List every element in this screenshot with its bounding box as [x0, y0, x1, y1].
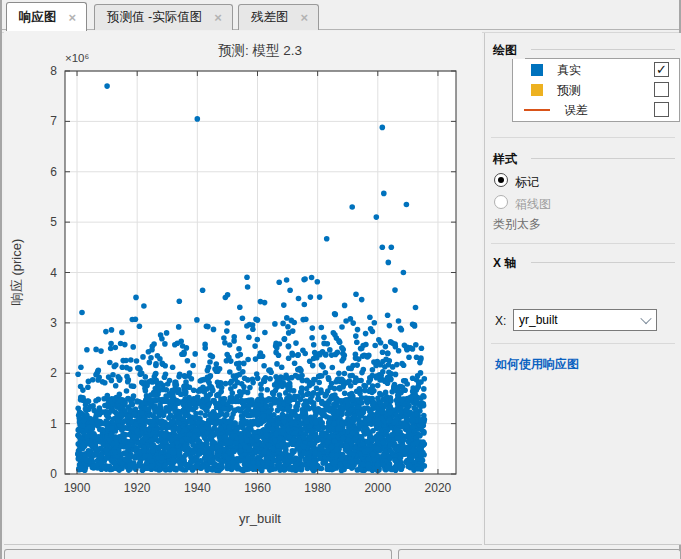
how-to-use-response-plot-link[interactable]: 如何使用响应图: [495, 356, 579, 373]
plot-options-panel: 绘图 真实 ✓ 预测 误差 样式 标记 箱线图: [484, 33, 681, 545]
svg-text:1940: 1940: [184, 481, 211, 495]
true-visibility-checkbox[interactable]: ✓: [654, 62, 669, 77]
svg-text:2: 2: [50, 366, 57, 380]
plot-title: 预测: 模型 2.3: [218, 43, 302, 58]
svg-text:6: 6: [50, 165, 57, 179]
markers-radio[interactable]: [494, 173, 508, 187]
svg-text:5: 5: [50, 215, 57, 229]
svg-text:0: 0: [50, 467, 57, 481]
section-title-x-axis: X 轴: [493, 255, 524, 272]
section-rule: [531, 49, 675, 50]
legend-row-errors: 误差: [513, 100, 679, 120]
y-axis-multiplier: ×10⁶: [65, 52, 90, 64]
svg-text:8: 8: [50, 64, 57, 78]
tab-residuals-plot[interactable]: 残差图 ×: [238, 4, 319, 30]
document-tab-bar: 响应图 × 预测值 -实际值图 × 残差图 ×: [2, 0, 679, 30]
svg-text:7: 7: [50, 114, 57, 128]
svg-text:4: 4: [50, 266, 57, 280]
tab-label: 响应图: [19, 9, 57, 26]
tab-response-plot[interactable]: 响应图 ×: [6, 2, 87, 31]
app-window: 响应图 × 预测值 -实际值图 × 残差图 × 1900192019401960…: [0, 0, 681, 559]
close-icon[interactable]: ×: [301, 11, 309, 24]
box-plot-radio: [494, 195, 508, 209]
legend-label: 误差: [564, 102, 588, 119]
box-plot-radio-label: 箱线图: [515, 196, 551, 213]
true-marker-swatch: [531, 64, 543, 76]
legend-label: 真实: [557, 62, 581, 79]
bottom-left-panel-stub[interactable]: [4, 549, 392, 559]
y-axis-label: 响应 (price): [9, 239, 24, 305]
bottom-right-panel-stub[interactable]: [398, 549, 681, 559]
section-divider: [491, 243, 675, 244]
svg-text:1900: 1900: [64, 481, 91, 495]
markers-radio-label: 标记: [515, 174, 539, 191]
svg-text:1920: 1920: [124, 481, 151, 495]
svg-text:1960: 1960: [244, 481, 271, 495]
tab-predicted-vs-actual-plot[interactable]: 预测值 -实际值图 ×: [94, 4, 233, 30]
section-divider: [491, 137, 675, 138]
errors-line-swatch: [524, 109, 550, 111]
predicted-visibility-checkbox[interactable]: [654, 82, 669, 97]
x-variable-dropdown[interactable]: yr_built: [513, 309, 657, 331]
close-icon[interactable]: ×: [214, 11, 222, 24]
tab-label: 残差图: [251, 9, 289, 26]
svg-text:1: 1: [50, 417, 57, 431]
svg-text:3: 3: [50, 316, 57, 330]
errors-visibility-checkbox[interactable]: [654, 102, 669, 117]
x-field-label: X:: [495, 314, 506, 328]
section-title-plot: 绘图: [493, 42, 525, 59]
predicted-marker-swatch: [531, 84, 543, 96]
section-rule: [531, 262, 675, 263]
x-variable-value: yr_built: [514, 313, 636, 327]
section-divider: [491, 343, 675, 344]
section-title-style: 样式: [493, 151, 525, 168]
legend-label: 预测: [557, 82, 581, 99]
legend-row-true: 真实 ✓: [513, 60, 679, 80]
section-rule: [531, 158, 675, 159]
response-plot-panel: 1900192019401960198020002020012345678 预测…: [4, 31, 482, 545]
plot-legend: 真实 ✓ 预测 误差: [512, 58, 680, 122]
scatter-plot: 1900192019401960198020002020012345678 预测…: [4, 31, 482, 545]
svg-text:2000: 2000: [364, 481, 391, 495]
x-axis-label: yr_built: [239, 511, 281, 526]
svg-text:1980: 1980: [304, 481, 331, 495]
close-icon[interactable]: ×: [69, 11, 77, 24]
too-many-categories-note: 类别太多: [493, 216, 541, 233]
tab-label: 预测值 -实际值图: [107, 9, 202, 26]
legend-row-predicted: 预测: [513, 80, 679, 100]
chevron-down-icon[interactable]: [636, 310, 656, 330]
svg-text:2020: 2020: [425, 481, 452, 495]
